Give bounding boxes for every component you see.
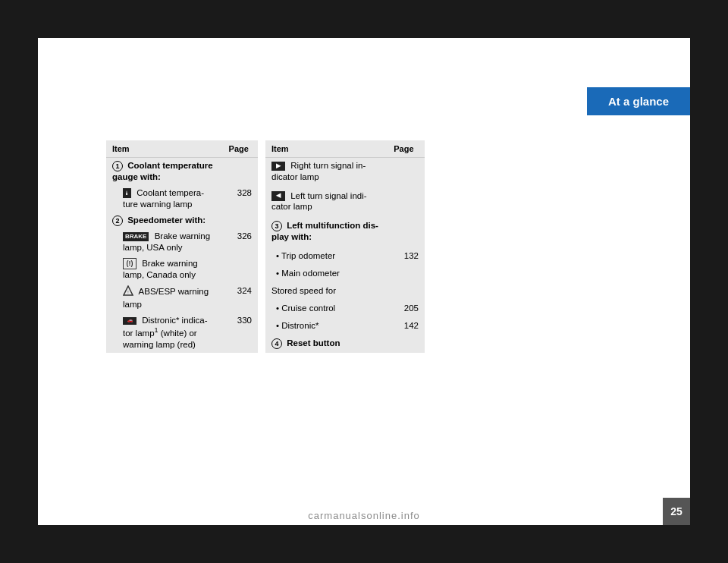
table-row: 2 Speedometer with: <box>106 212 258 228</box>
table-row: BRAKE Brake warninglamp, USA only 326 <box>106 228 258 256</box>
item-label: Right turn signal in-dicator lamp <box>271 161 366 181</box>
section-number: 1 <box>112 161 123 171</box>
table-row: 1 Coolant temperature gauge with: <box>106 158 258 185</box>
brake-icon: BRAKE <box>123 232 149 241</box>
bullet-point: • Main odometer <box>276 269 340 278</box>
table-row: • Main odometer <box>265 266 425 283</box>
section-label: Coolant temperature gauge with: <box>112 161 213 181</box>
watermark-text: carmanualsonline.info <box>308 510 419 521</box>
section-label: Speedometer with: <box>127 215 206 225</box>
item-label: Left turn signal indi-cator lamp <box>271 191 367 212</box>
table-row: (!) Brake warninglamp, Canada only <box>106 256 258 284</box>
table-row: 🌡 Coolant tempera-ture warning lamp 328 <box>106 185 258 212</box>
item-label: Coolant tempera-ture warning lamp <box>123 188 204 209</box>
tables-container: Item Page 1 Coolant temperature gauge wi… <box>106 140 425 353</box>
left-table-page-header: Page <box>223 140 258 158</box>
table-row: ! ABS/ESP warninglamp 324 <box>106 283 258 313</box>
table-row: 3 Left multifunction dis-play with: <box>265 218 425 248</box>
abs-icon: ! <box>123 285 133 299</box>
table-row: Stored speed for <box>265 283 425 300</box>
right-table-item-header: Item <box>265 140 388 158</box>
bullet-point: • Cruise control <box>276 304 335 313</box>
table-row: 4 Reset button <box>265 335 425 353</box>
page-number: 25 <box>670 505 682 517</box>
bullet-point: • Distronic* <box>276 321 318 330</box>
table-row: • Cruise control 205 <box>265 300 425 318</box>
left-table-item-header: Item <box>106 140 223 158</box>
brake-canada-icon: (!) <box>123 258 136 270</box>
left-table: Item Page 1 Coolant temperature gauge wi… <box>106 140 258 353</box>
page-number-tab: 25 <box>663 498 690 525</box>
svg-text:!: ! <box>127 290 128 294</box>
section-label: Left multifunction dis-play with: <box>271 221 378 241</box>
section-number: 3 <box>271 221 282 231</box>
text-label: Stored speed for <box>271 286 336 295</box>
right-table-page-header: Page <box>388 140 425 158</box>
bullet-point: • Trip odometer <box>276 251 335 260</box>
right-turn-icon: ▶ <box>271 162 285 171</box>
table-row: • Distronic* 142 <box>265 318 425 335</box>
section-number: 4 <box>271 338 282 349</box>
table-row: ◀ Left turn signal indi-cator lamp <box>265 188 425 218</box>
table-row: 🚗 Distronic* indica-tor lamp1 (white) or… <box>106 313 258 353</box>
section-tab: At a glance <box>587 87 690 115</box>
distronic-icon: 🚗 <box>123 317 136 325</box>
section-number: 2 <box>112 215 123 226</box>
watermark: carmanualsonline.info <box>0 510 728 521</box>
section-tab-label: At a glance <box>608 95 669 108</box>
section-label: Reset button <box>287 338 340 348</box>
left-turn-icon: ◀ <box>271 191 285 200</box>
coolant-icon: 🌡 <box>123 188 131 198</box>
item-label: ABS/ESP warninglamp <box>123 287 209 309</box>
table-row: ▶ Right turn signal in-dicator lamp <box>265 158 425 188</box>
right-table: Item Page ▶ Right turn signal in-dicator… <box>265 140 425 353</box>
table-row: • Trip odometer 132 <box>265 248 425 266</box>
